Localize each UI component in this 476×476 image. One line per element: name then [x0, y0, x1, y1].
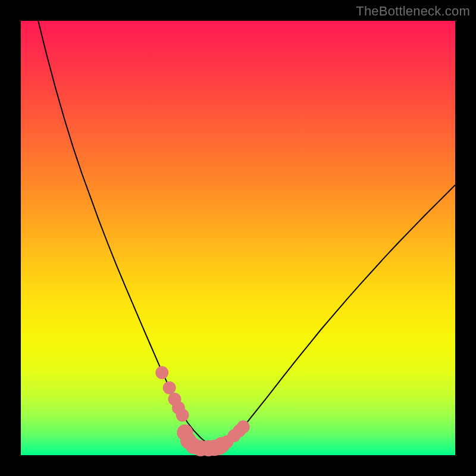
chart-frame: TheBottleneck.com — [0, 0, 476, 476]
curve-left — [38, 21, 216, 448]
curve-right — [217, 185, 456, 448]
dot-markers-right — [221, 421, 250, 449]
data-marker — [155, 366, 168, 379]
chart-overlay — [21, 21, 455, 455]
plot-area — [21, 21, 455, 455]
watermark-text: TheBottleneck.com — [356, 4, 470, 19]
dot-markers-left — [155, 366, 189, 421]
data-marker — [176, 409, 189, 422]
data-marker — [237, 421, 250, 434]
data-marker — [163, 381, 176, 394]
